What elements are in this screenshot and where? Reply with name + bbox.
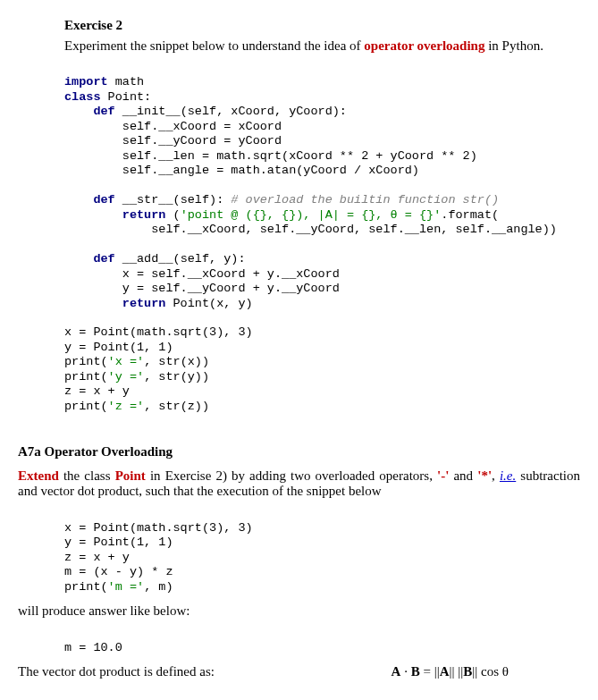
dot-product-formula: A · B = ||A|| ||B|| cos θ [392, 664, 509, 679]
intro-term: operator overloading [364, 38, 484, 53]
section-heading: A7a Operator Overloading [18, 444, 580, 460]
code-text: y = self.__yCoord + y.__yCoord [64, 282, 340, 295]
code-text: .format( [441, 208, 499, 222]
op-mul: '*' [477, 468, 492, 483]
kw: class [64, 90, 101, 104]
after-text-2: The vector dot product is defined as: [18, 664, 215, 679]
code-text: Point: [101, 90, 152, 104]
code-text: , str(y)) [144, 370, 209, 384]
code-text: x = self.__xCoord + y.__xCoord [64, 267, 340, 281]
op-minus: '-' [437, 468, 449, 483]
intro-post: in Python. [484, 38, 543, 53]
code-text: self.__yCoord = yCoord [64, 134, 282, 148]
code-text: z = x + y [64, 551, 130, 564]
code-text: ( [165, 208, 180, 222]
string-literal: 'x =' [108, 355, 145, 368]
code-text: self.__angle = math.atan(yCoord / xCoord… [64, 164, 419, 177]
code-text: x = Point(math.sqrt(3), 3) [64, 325, 253, 339]
task-extend: Extend [18, 468, 59, 483]
code-text: self.__xCoord, self.__yCoord, self.__len… [64, 223, 557, 236]
code-text: print( [64, 370, 108, 384]
code-text: print( [64, 580, 108, 594]
formula-row: The vector dot product is defined as: A … [18, 664, 580, 679]
intro-pre: Experiment the snippet below to understa… [64, 38, 364, 53]
txt: in Exercise 2) by adding two overloaded … [146, 468, 437, 483]
kw: def [64, 252, 115, 266]
end: || cos θ [472, 664, 509, 679]
kw: return [64, 297, 165, 310]
comment: # overload the builtin function str() [231, 193, 499, 207]
eq: = || [420, 664, 440, 679]
code-text: __str__(self): [115, 193, 232, 207]
string-literal: 'point @ ({}, {}), |A| = {}, θ = {}' [181, 208, 442, 222]
code-text: __init__(self, xCoord, yCoord): [115, 105, 347, 118]
output-line: m = 10.0 [64, 641, 122, 654]
after-text-1: will produce answer like below: [18, 603, 580, 619]
string-literal: 'm =' [108, 580, 145, 594]
code-block-1: import math class Point: def __init__(se… [64, 61, 580, 414]
kw: import [64, 75, 108, 89]
txt: and [449, 468, 477, 483]
ie-link: i.e. [500, 468, 516, 483]
output-block: m = 10.0 [64, 626, 580, 655]
code-text: , m) [144, 580, 173, 594]
kw: def [64, 193, 115, 207]
mid: || || [450, 664, 464, 679]
string-literal: 'y =' [108, 370, 145, 384]
exercise-title: Exercise 2 [64, 18, 580, 33]
txt: the class [59, 468, 115, 483]
code-text: y = Point(1, 1) [64, 536, 173, 549]
code-text: , str(x)) [144, 355, 209, 368]
code-text: y = Point(1, 1) [64, 341, 173, 354]
task-paragraph: Extend the class Point in Exercise 2) by… [18, 468, 580, 499]
code-text: math [108, 75, 145, 89]
vec-b2: B [463, 664, 472, 679]
txt: , [492, 468, 500, 483]
vec-a2: A [440, 664, 450, 679]
kw: def [64, 105, 115, 118]
code-text: print( [64, 355, 108, 368]
vec-a: A [392, 664, 401, 679]
code-text: __add__(self, y): [115, 252, 246, 266]
code-text: self.__xCoord = xCoord [64, 120, 282, 133]
code-text: z = x + y [64, 384, 130, 398]
dot: · [400, 664, 410, 679]
code-text: x = Point(math.sqrt(3), 3) [64, 521, 253, 535]
code-text: m = (x - y) * z [64, 565, 173, 578]
kw: return [64, 208, 165, 222]
code-text: , str(z)) [144, 400, 209, 413]
code-text: self.__len = math.sqrt(xCoord ** 2 + yCo… [64, 149, 477, 163]
code-block-2: x = Point(math.sqrt(3), 3) y = Point(1, … [64, 506, 580, 595]
code-text: Point(x, y) [165, 297, 252, 310]
string-literal: 'z =' [108, 400, 145, 413]
vec-b: B [411, 664, 420, 679]
exercise-intro: Experiment the snippet below to understa… [64, 38, 580, 54]
task-class-name: Point [115, 468, 146, 483]
code-text: print( [64, 400, 108, 413]
